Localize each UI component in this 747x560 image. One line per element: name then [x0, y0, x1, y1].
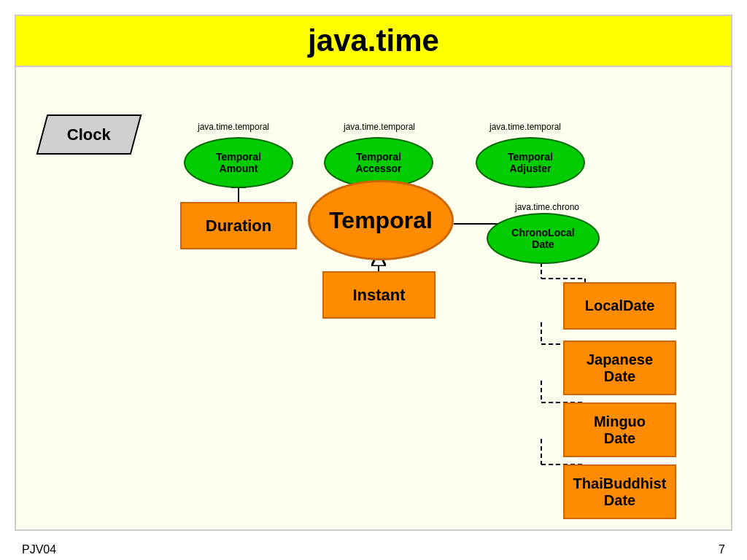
chronolocal-pkg-label: java.time.chrono [489, 202, 605, 212]
japanese-date-label: JapaneseDate [587, 351, 653, 385]
clock-box: Clock [36, 114, 142, 155]
diagram-area: Clock java.time.temporal TemporalAmount … [16, 67, 731, 529]
instant-label: Instant [352, 286, 405, 305]
thai-buddhist-date-label: ThaiBuddhistDate [573, 475, 667, 509]
temporal-amount-pkg-label: java.time.temporal [175, 122, 292, 132]
temporal-adjuster-pkg-label: java.time.temporal [467, 122, 584, 132]
local-date-label: LocalDate [585, 298, 655, 314]
footer-right: 7 [719, 543, 725, 556]
title: java.time [308, 23, 439, 58]
temporal-oval: Temporal [308, 180, 454, 260]
clock-label: Clock [67, 125, 111, 144]
minguo-date-label: MinguoDate [594, 413, 646, 447]
minguo-date-box: MinguoDate [563, 402, 676, 457]
chronolocal-date-oval: ChronoLocalDate [487, 213, 600, 264]
slide-border: java.time [15, 15, 732, 531]
instant-box: Instant [322, 271, 436, 319]
duration-label: Duration [206, 217, 271, 236]
temporal-accessor-pkg-label: java.time.temporal [321, 122, 438, 132]
duration-box: Duration [180, 202, 297, 249]
temporal-amount-oval: TemporalAmount [184, 137, 293, 188]
slide: java.time [0, 0, 747, 560]
local-date-box: LocalDate [563, 282, 676, 330]
temporal-label: Temporal [329, 207, 433, 234]
footer-left: PJV04 [22, 543, 56, 556]
thai-buddhist-date-box: ThaiBuddhistDate [563, 464, 676, 519]
temporal-adjuster-oval: TemporalAdjuster [476, 137, 585, 188]
title-bar: java.time [16, 16, 731, 67]
japanese-date-box: JapaneseDate [563, 341, 676, 395]
